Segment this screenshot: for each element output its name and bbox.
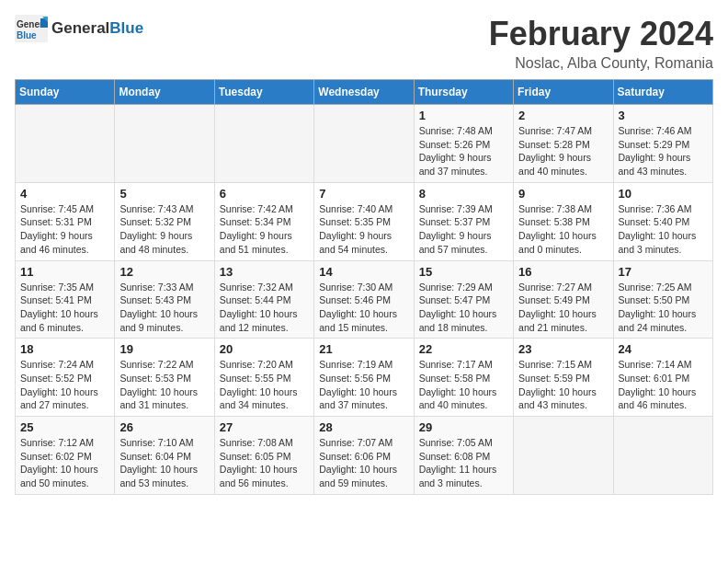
day-number: 5: [119, 187, 209, 201]
day-number: 15: [419, 265, 508, 279]
day-number: 18: [20, 342, 109, 356]
calendar-cell: [613, 417, 712, 495]
day-number: 11: [20, 265, 109, 279]
calendar-cell: 7Sunrise: 7:40 AM Sunset: 5:35 PM Daylig…: [314, 182, 414, 260]
title-block: February 2024 Noslac, Alba County, Roman…: [489, 15, 713, 72]
calendar-week-3: 11Sunrise: 7:35 AM Sunset: 5:41 PM Dayli…: [16, 260, 713, 339]
calendar-cell: 26Sunrise: 7:10 AM Sunset: 6:04 PM Dayli…: [115, 417, 214, 495]
day-info: Sunrise: 7:29 AM Sunset: 5:47 PM Dayligh…: [419, 281, 508, 335]
day-info: Sunrise: 7:27 AM Sunset: 5:49 PM Dayligh…: [518, 281, 608, 335]
day-number: 8: [419, 187, 508, 201]
day-info: Sunrise: 7:22 AM Sunset: 5:53 PM Dayligh…: [119, 358, 209, 412]
calendar-cell: 20Sunrise: 7:20 AM Sunset: 5:55 PM Dayli…: [214, 339, 313, 417]
day-number: 25: [20, 420, 109, 434]
logo-blue: Blue: [109, 19, 143, 38]
calendar-cell: 27Sunrise: 7:08 AM Sunset: 6:05 PM Dayli…: [214, 417, 313, 495]
day-info: Sunrise: 7:24 AM Sunset: 5:52 PM Dayligh…: [20, 358, 109, 412]
day-info: Sunrise: 7:36 AM Sunset: 5:40 PM Dayligh…: [619, 202, 708, 257]
day-info: Sunrise: 7:47 AM Sunset: 5:28 PM Dayligh…: [518, 124, 608, 178]
calendar-week-1: 1Sunrise: 7:48 AM Sunset: 5:26 PM Daylig…: [16, 105, 713, 183]
calendar-cell: [115, 105, 214, 183]
calendar-subtitle: Noslac, Alba County, Romania: [489, 55, 713, 72]
calendar-cell: 2Sunrise: 7:47 AM Sunset: 5:28 PM Daylig…: [514, 105, 613, 183]
day-info: Sunrise: 7:25 AM Sunset: 5:50 PM Dayligh…: [619, 281, 708, 335]
svg-text:Blue: Blue: [17, 30, 37, 40]
day-info: Sunrise: 7:45 AM Sunset: 5:31 PM Dayligh…: [20, 202, 109, 257]
day-number: 14: [319, 265, 408, 279]
calendar-cell: 17Sunrise: 7:25 AM Sunset: 5:50 PM Dayli…: [613, 260, 712, 339]
calendar-cell: 28Sunrise: 7:07 AM Sunset: 6:06 PM Dayli…: [314, 417, 414, 495]
calendar-cell: 21Sunrise: 7:19 AM Sunset: 5:56 PM Dayli…: [314, 339, 414, 417]
day-info: Sunrise: 7:14 AM Sunset: 6:01 PM Dayligh…: [619, 358, 708, 412]
weekday-header-row: SundayMondayTuesdayWednesdayThursdayFrid…: [16, 80, 713, 105]
day-number: 29: [419, 420, 508, 434]
weekday-header-tuesday: Tuesday: [214, 80, 313, 105]
day-info: Sunrise: 7:32 AM Sunset: 5:44 PM Dayligh…: [220, 281, 309, 335]
calendar-title: February 2024: [489, 15, 713, 53]
day-info: Sunrise: 7:17 AM Sunset: 5:58 PM Dayligh…: [419, 358, 508, 412]
day-info: Sunrise: 7:19 AM Sunset: 5:56 PM Dayligh…: [319, 358, 408, 412]
day-number: 24: [619, 342, 708, 356]
day-info: Sunrise: 7:20 AM Sunset: 5:55 PM Dayligh…: [220, 358, 309, 412]
day-number: 12: [119, 265, 209, 279]
calendar-cell: 23Sunrise: 7:15 AM Sunset: 5:59 PM Dayli…: [514, 339, 613, 417]
calendar-cell: 3Sunrise: 7:46 AM Sunset: 5:29 PM Daylig…: [613, 105, 712, 183]
calendar-cell: 22Sunrise: 7:17 AM Sunset: 5:58 PM Dayli…: [414, 339, 513, 417]
calendar-cell: [314, 105, 414, 183]
calendar-cell: 12Sunrise: 7:33 AM Sunset: 5:43 PM Dayli…: [115, 260, 214, 339]
day-number: 16: [518, 265, 608, 279]
calendar-cell: 1Sunrise: 7:48 AM Sunset: 5:26 PM Daylig…: [414, 105, 513, 183]
calendar-cell: 16Sunrise: 7:27 AM Sunset: 5:49 PM Dayli…: [514, 260, 613, 339]
day-number: 21: [319, 342, 408, 356]
day-number: 1: [419, 109, 508, 122]
day-number: 6: [220, 187, 309, 201]
day-number: 22: [419, 342, 508, 356]
day-info: Sunrise: 7:15 AM Sunset: 5:59 PM Dayligh…: [518, 358, 608, 412]
weekday-header-monday: Monday: [115, 80, 214, 105]
calendar-cell: 25Sunrise: 7:12 AM Sunset: 6:02 PM Dayli…: [16, 417, 115, 495]
day-info: Sunrise: 7:08 AM Sunset: 6:05 PM Dayligh…: [220, 436, 309, 490]
calendar-cell: 13Sunrise: 7:32 AM Sunset: 5:44 PM Dayli…: [214, 260, 313, 339]
calendar-cell: 18Sunrise: 7:24 AM Sunset: 5:52 PM Dayli…: [16, 339, 115, 417]
day-info: Sunrise: 7:33 AM Sunset: 5:43 PM Dayligh…: [119, 281, 209, 335]
day-info: Sunrise: 7:30 AM Sunset: 5:46 PM Dayligh…: [319, 281, 408, 335]
day-info: Sunrise: 7:05 AM Sunset: 6:08 PM Dayligh…: [419, 436, 508, 490]
calendar-table: SundayMondayTuesdayWednesdayThursdayFrid…: [15, 79, 713, 495]
calendar-cell: 24Sunrise: 7:14 AM Sunset: 6:01 PM Dayli…: [613, 339, 712, 417]
day-number: 20: [220, 342, 309, 356]
day-info: Sunrise: 7:42 AM Sunset: 5:34 PM Dayligh…: [220, 202, 309, 257]
logo-icon: General Blue: [15, 15, 48, 42]
day-info: Sunrise: 7:35 AM Sunset: 5:41 PM Dayligh…: [20, 281, 109, 335]
weekday-header-wednesday: Wednesday: [314, 80, 414, 105]
day-number: 23: [518, 342, 608, 356]
calendar-cell: 4Sunrise: 7:45 AM Sunset: 5:31 PM Daylig…: [16, 182, 115, 260]
day-number: 2: [518, 109, 608, 122]
day-number: 7: [319, 187, 408, 201]
weekday-header-friday: Friday: [514, 80, 613, 105]
day-info: Sunrise: 7:38 AM Sunset: 5:38 PM Dayligh…: [518, 202, 608, 257]
header: General Blue GeneralBlue February 2024 N…: [15, 15, 713, 72]
calendar-cell: [16, 105, 115, 183]
calendar-cell: [514, 417, 613, 495]
day-number: 4: [20, 187, 109, 201]
day-info: Sunrise: 7:12 AM Sunset: 6:02 PM Dayligh…: [20, 436, 109, 490]
logo-general: General: [51, 19, 109, 38]
calendar-cell: 5Sunrise: 7:43 AM Sunset: 5:32 PM Daylig…: [115, 182, 214, 260]
day-info: Sunrise: 7:40 AM Sunset: 5:35 PM Dayligh…: [319, 202, 408, 257]
calendar-cell: 8Sunrise: 7:39 AM Sunset: 5:37 PM Daylig…: [414, 182, 513, 260]
calendar-cell: 19Sunrise: 7:22 AM Sunset: 5:53 PM Dayli…: [115, 339, 214, 417]
calendar-cell: 10Sunrise: 7:36 AM Sunset: 5:40 PM Dayli…: [613, 182, 712, 260]
day-number: 19: [119, 342, 209, 356]
day-number: 17: [619, 265, 708, 279]
calendar-week-4: 18Sunrise: 7:24 AM Sunset: 5:52 PM Dayli…: [16, 339, 713, 417]
day-number: 26: [119, 420, 209, 434]
calendar-week-5: 25Sunrise: 7:12 AM Sunset: 6:02 PM Dayli…: [16, 417, 713, 495]
day-number: 10: [619, 187, 708, 201]
day-info: Sunrise: 7:43 AM Sunset: 5:32 PM Dayligh…: [119, 202, 209, 257]
day-number: 9: [518, 187, 608, 201]
calendar-week-2: 4Sunrise: 7:45 AM Sunset: 5:31 PM Daylig…: [16, 182, 713, 260]
weekday-header-thursday: Thursday: [414, 80, 513, 105]
calendar-cell: [214, 105, 313, 183]
day-info: Sunrise: 7:48 AM Sunset: 5:26 PM Dayligh…: [419, 124, 508, 178]
logo: General Blue GeneralBlue: [15, 15, 143, 42]
